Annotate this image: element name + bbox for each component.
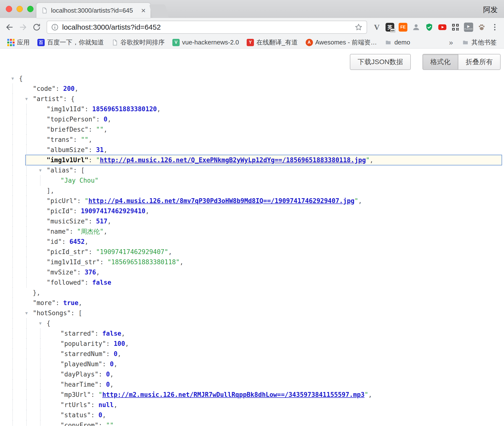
- json-url-link[interactable]: http://p4.music.126.net/Q_ExePNkmgB2yWyL…: [100, 156, 366, 164]
- youtube-extension-icon[interactable]: [437, 22, 448, 33]
- collapse-toggle-icon[interactable]: ▼: [37, 318, 43, 328]
- collapse-all-button[interactable]: 折叠所有: [458, 54, 501, 70]
- new-tab-button[interactable]: [149, 4, 169, 18]
- json-line: },: [0, 288, 504, 298]
- json-token: ,: [88, 136, 92, 143]
- json-token: "18569651883380118": [107, 258, 179, 266]
- collapse-toggle-icon[interactable]: ▼: [24, 94, 29, 104]
- translate-extension-icon[interactable]: 英 en: [385, 22, 395, 33]
- json-token: "topicPerson": [47, 116, 96, 123]
- user-extension-icon[interactable]: [411, 22, 421, 33]
- page-content: 下载JSON数据 格式化 折叠所有 ▼{"code": 200,▼"artist…: [0, 54, 504, 426]
- bookmarks-overflow-chevron[interactable]: »: [445, 38, 457, 47]
- json-line: "Jay Chou": [0, 175, 504, 186]
- json-url-link[interactable]: http://p4.music.126.net/8mv7qP30Pd3oHW8b…: [88, 197, 354, 204]
- collapse-toggle-icon[interactable]: ▼: [10, 73, 16, 84]
- json-token: ,: [96, 269, 100, 276]
- folder-icon: [385, 39, 392, 46]
- json-line: "picId": 19097417462929410,: [0, 206, 504, 216]
- json-line: "followed": false: [0, 277, 504, 288]
- paw-icon: [477, 23, 486, 32]
- json-url-link[interactable]: http://m2.music.126.net/RMJR7wDullRqppBk…: [102, 391, 364, 398]
- json-token: :: [73, 207, 81, 215]
- tab-close-icon[interactable]: ×: [141, 7, 146, 14]
- download-json-button[interactable]: 下载JSON数据: [350, 54, 411, 70]
- indent-guide: [12, 206, 13, 216]
- json-line: "status": 0,: [0, 410, 504, 420]
- json-token: :: [73, 136, 81, 143]
- json-token: "trans": [47, 136, 73, 143]
- youdao-icon: Y: [247, 39, 254, 46]
- bookmark-vue-hackernews[interactable]: V vue-hackernews-2.0: [169, 38, 242, 47]
- forward-button[interactable]: [17, 22, 29, 33]
- indent-guide: [12, 400, 13, 410]
- indent-guide: [12, 277, 13, 288]
- bookmark-baidu[interactable]: 百 百度一下，你就知道: [34, 37, 107, 48]
- qrcode-extension-icon[interactable]: [450, 22, 461, 33]
- window-minimize-button[interactable]: [17, 6, 23, 12]
- json-token: "picUrl": [47, 197, 77, 204]
- bookmark-youdao-translate[interactable]: Y 在线翻译_有道: [244, 37, 301, 48]
- bookmark-apps[interactable]: 应用: [4, 37, 33, 48]
- json-line: "trans": "",: [0, 135, 504, 145]
- window-zoom-button[interactable]: [27, 6, 34, 12]
- vimium-extension-icon[interactable]: V: [371, 22, 382, 33]
- indent-guide: [26, 349, 27, 359]
- indent-guide: [26, 328, 27, 339]
- browser-tab[interactable]: localhost:3000/artists?id=645 ×: [36, 3, 151, 18]
- json-line: "topicPerson": 0,: [0, 114, 504, 124]
- other-bookmarks-folder[interactable]: 其他书签: [459, 37, 500, 48]
- fehelper-extension-icon[interactable]: FE: [398, 22, 408, 33]
- json-token: 0: [114, 350, 118, 358]
- json-token: :: [56, 299, 63, 307]
- shield-extension-icon[interactable]: [424, 22, 435, 33]
- info-icon[interactable]: [51, 23, 59, 31]
- json-line: ],: [0, 186, 504, 196]
- youtube-icon: [437, 22, 447, 32]
- json-token: 376: [85, 269, 96, 276]
- indent-guide: [12, 84, 13, 94]
- indent-guide: [26, 410, 27, 420]
- json-token: :: [91, 401, 98, 409]
- json-token: ,: [114, 360, 118, 368]
- indent-guide: [40, 420, 41, 426]
- forward-icon: [18, 23, 28, 32]
- indent-guide: [12, 186, 13, 196]
- json-viewer-controls: 下载JSON数据 格式化 折叠所有: [0, 54, 504, 70]
- paw-extension-icon[interactable]: [476, 22, 487, 33]
- bookmark-demo-folder[interactable]: demo: [382, 38, 413, 47]
- back-button[interactable]: [4, 22, 15, 33]
- collapse-toggle-icon[interactable]: ▼: [24, 308, 29, 318]
- bookmark-awesomes[interactable]: A Awesomes - 前端资…: [303, 37, 380, 48]
- window-controls: [6, 6, 34, 12]
- bookmark-star-icon[interactable]: [354, 23, 363, 31]
- json-token: "starred": [60, 330, 95, 337]
- indent-guide: [12, 114, 13, 124]
- collapse-toggle-icon[interactable]: ▼: [37, 165, 43, 175]
- json-line: "starred": false,: [0, 328, 504, 339]
- profile-name[interactable]: 阿发: [483, 5, 498, 15]
- json-line: "code": 200,: [0, 84, 504, 94]
- json-line: "img1v1Id": 18569651883380120,: [0, 104, 504, 114]
- url-text[interactable]: localhost:3000/artists?id=6452: [62, 23, 351, 31]
- json-token: "alias": [47, 167, 73, 174]
- view-mode-segmented-control: 格式化 折叠所有: [422, 54, 501, 70]
- json-token: ,: [168, 248, 172, 256]
- indent-guide: [26, 186, 27, 196]
- address-bar[interactable]: localhost:3000/artists?id=6452: [47, 21, 367, 34]
- json-token: false: [102, 330, 121, 337]
- awesomes-icon: A: [306, 39, 313, 46]
- player-extension-icon[interactable]: ▶ PLAYER: [463, 22, 474, 33]
- browser-menu-button[interactable]: [489, 22, 500, 33]
- bookmark-google-sort[interactable]: 谷歌按时间排序: [109, 37, 168, 48]
- baidu-icon: 百: [37, 39, 45, 46]
- player-label: PLAYER: [464, 28, 473, 30]
- reload-button[interactable]: [31, 22, 42, 33]
- window-close-button[interactable]: [6, 6, 12, 12]
- json-line: "img1v1Url": "http://p4.music.126.net/Q_…: [0, 155, 504, 165]
- json-line: "id": 6452,: [0, 237, 504, 247]
- json-token: ,: [118, 350, 121, 358]
- indent-guide: [40, 400, 41, 410]
- format-button[interactable]: 格式化: [422, 54, 458, 70]
- json-token: :: [91, 391, 98, 398]
